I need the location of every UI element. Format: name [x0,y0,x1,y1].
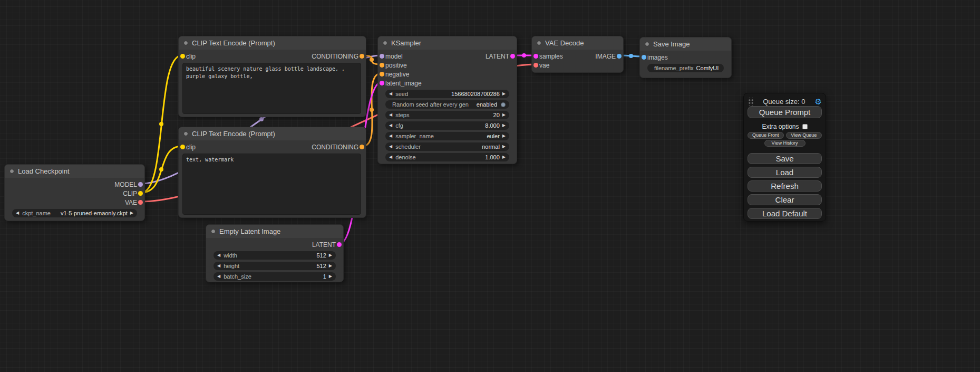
refresh-button[interactable]: Refresh [748,180,822,192]
input-slot-positive[interactable] [380,63,384,68]
widget-cfg[interactable]: ◀ cfg 8.000 ▶ [385,121,509,130]
decrement-arrow-icon[interactable]: ◀ [389,92,392,96]
input-slot-vae[interactable] [533,63,538,68]
drag-handle-icon[interactable] [748,98,753,106]
output-slot-image[interactable] [617,54,622,59]
increment-arrow-icon[interactable]: ▶ [502,134,506,138]
decrement-arrow-icon[interactable]: ◀ [389,134,392,138]
widget-height[interactable]: ◀ height 512 ▶ [214,262,336,270]
queue-prompt-button[interactable]: Queue Prompt [748,106,822,118]
node-clip-text-encode-positive[interactable]: CLIP Text Encode (Prompt) clip CONDITION… [178,36,366,117]
increment-arrow-icon[interactable]: ▶ [502,155,506,159]
decrement-arrow-icon[interactable]: ◀ [389,145,392,149]
output-slot-clip[interactable] [138,191,143,196]
slot-row: clip CONDITIONING [179,142,366,151]
node-title-text: CLIP Text Encode (Prompt) [192,130,275,138]
increment-arrow-icon[interactable]: ▶ [130,211,133,215]
increment-arrow-icon[interactable]: ▶ [329,274,332,279]
widget-value: 1 [323,273,326,280]
save-button[interactable]: Save [748,153,822,164]
node-title-bar[interactable]: CLIP Text Encode (Prompt) [179,36,366,50]
output-slot-latent[interactable] [510,54,515,59]
toggle-knob[interactable] [501,102,506,107]
view-queue-button[interactable]: View Queue [786,132,822,139]
widget-denoise[interactable]: ◀ denoise 1.000 ▶ [385,153,509,161]
view-history-button[interactable]: View History [764,140,806,147]
decrement-arrow-icon[interactable]: ◀ [217,264,220,268]
widget-value: 512 [316,252,326,259]
increment-arrow-icon[interactable]: ▶ [502,145,506,149]
collapse-dot-icon[interactable] [183,41,188,45]
decrement-arrow-icon[interactable]: ◀ [389,123,392,128]
node-save-image[interactable]: Save Image images filename_prefix ComfyU… [639,37,732,78]
node-clip-text-encode-negative[interactable]: CLIP Text Encode (Prompt) clip CONDITION… [178,127,366,218]
collapse-dot-icon[interactable] [645,42,649,46]
output-label-image: IMAGE [595,53,616,60]
widget-random-seed-toggle[interactable]: Random seed after every gen enabled [385,100,509,109]
load-button[interactable]: Load [748,167,822,178]
increment-arrow-icon[interactable]: ▶ [329,264,332,268]
input-slot-images[interactable] [642,55,646,60]
output-slot-vae[interactable] [138,200,143,205]
collapse-dot-icon[interactable] [537,41,541,45]
widget-value: ComfyUI [696,65,719,71]
queue-front-button[interactable]: Queue Front [748,132,784,139]
increment-arrow-icon[interactable]: ▶ [502,123,506,128]
widget-sampler-name[interactable]: ◀ sampler_name euler ▶ [385,132,509,140]
node-load-checkpoint[interactable]: Load Checkpoint MODEL CLIP VAE ◀ ckpt_na… [4,164,145,221]
positive-prompt-textarea[interactable]: beautiful scenery nature glass bottle la… [182,63,361,114]
node-graph-canvas[interactable]: Load Checkpoint MODEL CLIP VAE ◀ ckpt_na… [0,0,980,372]
decrement-arrow-icon[interactable]: ◀ [217,253,220,257]
input-slot-clip[interactable] [180,145,185,149]
increment-arrow-icon[interactable]: ▶ [329,253,332,257]
input-slot-latent-image[interactable] [380,81,384,85]
widget-width[interactable]: ◀ width 512 ▶ [214,251,336,260]
slot-row: clip CONDITIONING [179,52,366,61]
node-vae-decode[interactable]: VAE Decode samples IMAGE vae [531,36,624,73]
node-title-bar[interactable]: KSampler [378,36,517,50]
input-slot-model[interactable] [380,54,384,59]
decrement-arrow-icon[interactable]: ◀ [217,274,220,279]
slot-row: samples IMAGE [532,52,623,61]
node-title-bar[interactable]: Load Checkpoint [5,165,144,178]
node-title-text: VAE Decode [545,39,584,47]
widget-batch-size[interactable]: ◀ batch_size 1 ▶ [214,272,336,281]
wire-midpoint-dot [159,167,163,171]
widget-filename-prefix[interactable]: filename_prefix ComfyUI [647,64,724,72]
output-slot-latent[interactable] [337,242,342,247]
widget-ckpt-name[interactable]: ◀ ckpt_name v1-5-pruned-emaonly.ckpt ▶ [12,209,137,217]
extra-options-checkbox[interactable] [802,124,808,129]
node-title-bar[interactable]: CLIP Text Encode (Prompt) [179,127,366,140]
node-title-bar[interactable]: VAE Decode [532,36,623,50]
negative-prompt-textarea[interactable]: text, watermark [182,154,361,215]
widget-scheduler[interactable]: ◀ scheduler normal ▶ [385,142,509,151]
output-slot-conditioning[interactable] [360,145,364,149]
input-slot-negative[interactable] [380,72,384,77]
output-slot-conditioning[interactable] [360,54,364,59]
clear-button[interactable]: Clear [748,194,822,205]
collapse-dot-icon[interactable] [183,131,188,136]
decrement-arrow-icon[interactable]: ◀ [389,113,392,117]
node-ksampler[interactable]: KSampler model LATENT positive negative … [377,36,517,164]
decrement-arrow-icon[interactable]: ◀ [389,155,392,159]
node-title-bar[interactable]: Empty Latent Image [206,225,343,238]
node-title-bar[interactable]: Save Image [640,37,731,51]
load-default-button[interactable]: Load Default [748,208,822,219]
collapse-dot-icon[interactable] [383,41,387,45]
widget-value: 1.000 [485,154,500,160]
output-slot-model[interactable] [138,182,143,187]
increment-arrow-icon[interactable]: ▶ [502,92,506,96]
slot-row: latent_image [378,79,517,88]
widget-seed[interactable]: ◀ seed 156680208700286 ▶ [385,90,509,98]
input-slot-clip[interactable] [180,54,185,59]
settings-gear-icon[interactable]: ⚙ [815,98,822,106]
widget-label: cfg [395,122,403,129]
collapse-dot-icon[interactable] [9,169,14,174]
node-empty-latent-image[interactable]: Empty Latent Image LATENT ◀ width 512 ▶ … [206,224,344,282]
widget-value: 20 [493,112,500,118]
decrement-arrow-icon[interactable]: ◀ [16,211,19,215]
widget-steps[interactable]: ◀ steps 20 ▶ [385,111,509,119]
increment-arrow-icon[interactable]: ▶ [502,113,506,117]
collapse-dot-icon[interactable] [211,229,216,234]
input-slot-samples[interactable] [533,54,538,59]
